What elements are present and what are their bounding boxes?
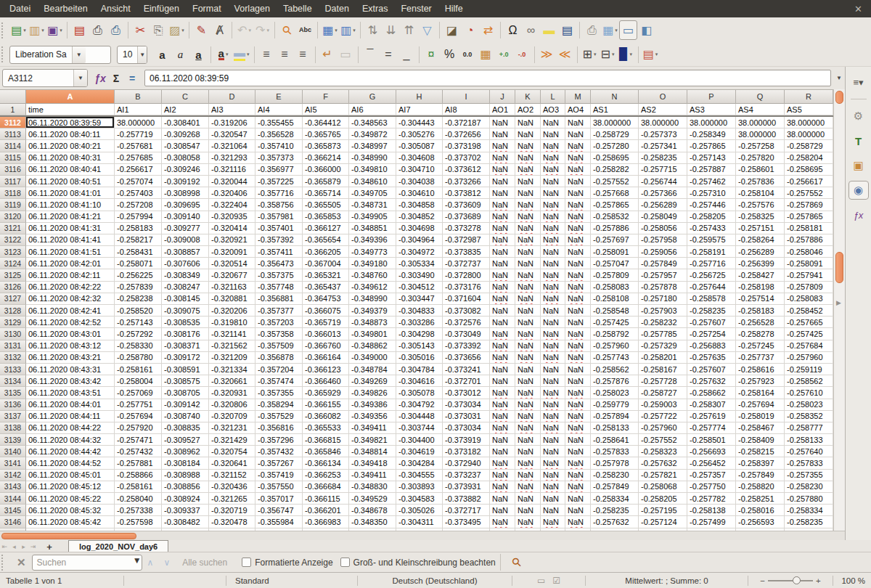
cell[interactable]: -0.366013 [303,328,349,340]
cell[interactable]: -0.357296 [255,434,303,446]
cell[interactable]: -0.309246 [162,164,209,176]
cell[interactable]: -0.258325 [736,211,785,223]
cell[interactable]: -0.258323 [639,446,687,457]
cell[interactable]: -0.319810 [209,317,255,328]
cell[interactable]: -0.357411 [255,246,303,258]
menu-fenster[interactable]: Fenster [394,1,438,17]
cell[interactable]: -0.257833 [591,446,639,457]
cell[interactable]: -0.357509 [255,340,303,352]
cell[interactable]: -0.258452 [785,305,833,317]
cell[interactable]: NaN [515,117,541,128]
row-header-3113[interactable]: 3113 [0,128,26,140]
cell[interactable]: -0.364412 [303,117,349,128]
row-header-3134[interactable]: 3134 [0,375,26,387]
cell[interactable]: -0.257960 [785,352,833,364]
highlight-color-button[interactable]: ▬▾ [232,45,251,65]
menu-tabelle[interactable]: Tabelle [277,1,319,17]
cell[interactable]: -0.258729 [785,140,833,152]
cell[interactable]: NaN [565,340,591,352]
cell[interactable]: -0.373031 [443,411,490,422]
row-header-3131[interactable]: 3131 [0,340,26,352]
cell[interactable]: -0.257446 [687,199,736,211]
cell[interactable]: -0.257607 [687,364,736,375]
vertical-scrollbar-marker[interactable] [835,252,843,283]
cell[interactable]: NaN [541,128,565,140]
cell[interactable]: -0.321429 [209,434,255,446]
column-header-B[interactable]: B [115,90,162,104]
cell[interactable]: -0.257960 [591,340,639,352]
cell[interactable]: -0.320641 [209,457,255,469]
cell[interactable]: -0.258046 [785,246,833,258]
paste-button[interactable]: ▨▾ [168,20,186,40]
cell[interactable]: AI3 [209,104,255,115]
cell[interactable]: -0.256289 [736,246,785,258]
menu-einfgen[interactable]: Einfügen [137,1,186,17]
cell[interactable]: NaN [515,481,541,493]
cell[interactable]: NaN [541,140,565,152]
cell[interactable]: -0.258616 [736,364,785,375]
cell[interactable]: -0.303744 [396,422,443,434]
cell[interactable]: NaN [541,234,565,246]
cell[interactable]: -0.257180 [639,293,687,305]
cell[interactable]: -0.257809 [591,269,639,281]
cell[interactable]: -0.357267 [255,457,303,469]
cell[interactable]: -0.308857 [162,246,209,258]
cell[interactable]: NaN [515,128,541,140]
cell[interactable]: NaN [490,387,515,399]
cell[interactable]: -0.320661 [209,375,255,387]
cell[interactable]: 38.000000 [785,128,833,140]
cell[interactable]: -0.258104 [736,187,785,199]
cell[interactable]: -0.367004 [303,258,349,269]
page-style-status[interactable]: Standard [226,573,357,588]
cell[interactable]: -0.366123 [303,364,349,375]
cell[interactable]: -0.320478 [209,516,255,528]
delete-decimal-button[interactable]: -.0 [513,45,531,65]
cell[interactable]: -0.365505 [303,199,349,211]
cell[interactable]: -0.349810 [349,164,396,176]
cell[interactable]: NaN [515,234,541,246]
find-all-button[interactable]: Alle suchen [175,558,234,568]
cell[interactable]: -0.308184 [162,457,209,469]
cell[interactable]: AS3 [687,104,736,115]
cell-reference-box[interactable]: A3112 ▼ [2,69,88,87]
cell[interactable]: -0.257809 [785,282,833,293]
cell[interactable]: -0.373034 [443,399,490,411]
cell[interactable]: 06.11.2020 08:45:12 [26,481,115,493]
cell[interactable]: -0.258235 [591,505,639,516]
cell[interactable]: NaN [490,211,515,223]
cell[interactable]: -0.373034 [443,422,490,434]
cell[interactable]: NaN [490,434,515,446]
cell[interactable]: -0.308835 [162,422,209,434]
cell[interactable]: -0.357474 [255,375,303,387]
cell[interactable]: NaN [541,493,565,505]
cell[interactable]: -0.257047 [591,258,639,269]
cell[interactable]: NaN [515,187,541,199]
cell[interactable]: -0.365846 [303,446,349,457]
cell[interactable]: -0.366760 [303,340,349,352]
cell[interactable]: -0.258161 [115,364,162,375]
cell[interactable]: -0.320091 [209,246,255,258]
cell[interactable]: -0.304698 [396,223,443,234]
cell[interactable]: -0.357355 [255,387,303,399]
cell[interactable]: -0.258068 [639,481,687,493]
select-all-corner[interactable] [0,90,26,104]
cell[interactable]: -0.308988 [162,470,209,481]
cell[interactable]: -0.258235 [639,152,687,164]
cell[interactable]: NaN [565,387,591,399]
cell[interactable]: NaN [541,387,565,399]
last-sheet-icon[interactable]: ⇥ [28,542,38,552]
cell[interactable]: 38.000000 [736,117,785,128]
cell[interactable]: -0.304852 [396,211,443,223]
chevron-down-icon[interactable]: ▾ [335,28,338,33]
row-header-3144[interactable]: 3144 [0,493,26,505]
cell[interactable]: -0.308705 [162,387,209,399]
autofilter-button[interactable]: ▽ [418,20,436,40]
cell[interactable]: NaN [565,293,591,305]
cell[interactable]: -0.257329 [639,340,687,352]
zoom-in-icon[interactable]: + [816,576,821,585]
vertical-scrollbar-thumb[interactable] [835,91,843,104]
cell[interactable]: -0.349418 [349,457,396,469]
cell[interactable]: NaN [490,422,515,434]
cell[interactable]: 06.11.2020 08:42:41 [26,305,115,317]
cell[interactable]: -0.309695 [162,199,209,211]
